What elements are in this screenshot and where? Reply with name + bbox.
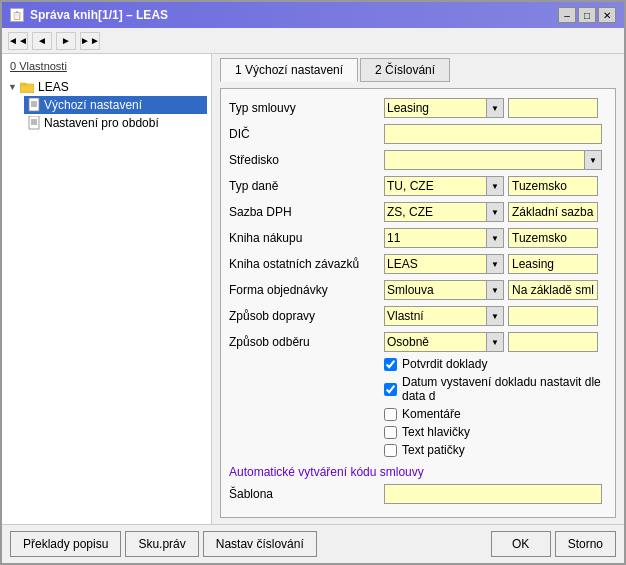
- select-wrapper-typ-smlouvy: Leasing ▼: [384, 98, 504, 118]
- doc-icon-1: [28, 98, 40, 112]
- checkbox-row-potvrdit: Potvrdit doklady: [384, 357, 607, 371]
- close-button[interactable]: ✕: [598, 7, 616, 23]
- ok-button[interactable]: OK: [491, 531, 551, 557]
- input-kniha-ostatnich-text[interactable]: [508, 254, 598, 274]
- tree-item-nastaveni-label: Nastavení pro období: [44, 116, 159, 130]
- bottom-right-buttons: OK Storno: [491, 531, 616, 557]
- title-bar: 📋 Správa knih[1/1] – LEAS – □ ✕: [2, 2, 624, 28]
- doc-icon-2: [28, 116, 40, 130]
- checkbox-text-paticky[interactable]: [384, 444, 397, 457]
- toolbar: ◄◄ ◄ ► ►►: [2, 28, 624, 54]
- maximize-button[interactable]: □: [578, 7, 596, 23]
- form-panel: Typ smlouvy Leasing ▼ DIČ St: [220, 88, 616, 518]
- input-sablona[interactable]: [384, 484, 602, 504]
- nav-first-button[interactable]: ◄◄: [8, 32, 28, 50]
- checkbox-datum-label: Datum vystavení dokladu nastavit dle dat…: [402, 375, 607, 403]
- label-kniha-nakupu: Kniha nákupu: [229, 231, 384, 245]
- label-typ-dane: Typ daně: [229, 179, 384, 193]
- expand-icon: ▼: [8, 82, 20, 92]
- label-sablona: Šablona: [229, 487, 384, 501]
- select-wrapper-zpusob-dopravy: Vlastní ▼: [384, 306, 504, 326]
- minimize-button[interactable]: –: [558, 7, 576, 23]
- nastav-cislovani-button[interactable]: Nastav číslování: [203, 531, 317, 557]
- checkbox-row-datum: Datum vystavení dokladu nastavit dle dat…: [384, 375, 607, 403]
- checkbox-row-text-hlavicky: Text hlavičky: [384, 425, 607, 439]
- main-area: 0 Vlastnosti ▼ LEAS Výchozí na: [2, 54, 624, 524]
- input-typ-smlouvy-extra[interactable]: [508, 98, 598, 118]
- label-zpusob-dopravy: Způsob dopravy: [229, 309, 384, 323]
- select-wrapper-sazba-dph: ZS, CZE ▼: [384, 202, 504, 222]
- tree-item-vychozi-label: Výchozí nastavení: [44, 98, 142, 112]
- row-kniha-nakupu: Kniha nákupu 11 ▼: [229, 227, 607, 249]
- input-typ-dane-text[interactable]: [508, 176, 598, 196]
- bottom-bar: Překlady popisu Sku.práv Nastav číslován…: [2, 524, 624, 563]
- tree-root-label: LEAS: [38, 80, 69, 94]
- select-wrapper-kniha-nakupu: 11 ▼: [384, 228, 504, 248]
- select-zpusob-dopravy[interactable]: Vlastní: [384, 306, 504, 326]
- nav-prev-button[interactable]: ◄: [32, 32, 52, 50]
- row-typ-dane: Typ daně TU, CZE ▼: [229, 175, 607, 197]
- app-icon: 📋: [10, 8, 24, 22]
- checkbox-komentare[interactable]: [384, 408, 397, 421]
- select-wrapper-typ-dane: TU, CZE ▼: [384, 176, 504, 196]
- label-kniha-ostatnich: Kniha ostatních závazků: [229, 257, 384, 271]
- section-auto-title: Automatické vytváření kódu smlouvy: [229, 465, 607, 479]
- row-zpusob-dopravy: Způsob dopravy Vlastní ▼: [229, 305, 607, 327]
- input-forma-objednavky-text[interactable]: [508, 280, 598, 300]
- select-wrapper-zpusob-odberu: Osobně ▼: [384, 332, 504, 352]
- tree-item-nastaveni[interactable]: Nastavení pro období: [24, 114, 207, 132]
- input-sazba-dph-text[interactable]: [508, 202, 598, 222]
- select-stredisko[interactable]: [384, 150, 602, 170]
- row-zpusob-odberu: Způsob odběru Osobně ▼: [229, 331, 607, 353]
- select-sazba-dph[interactable]: ZS, CZE: [384, 202, 504, 222]
- row-forma-objednavky: Forma objednávky Smlouva ▼: [229, 279, 607, 301]
- select-kniha-ostatnich[interactable]: LEAS: [384, 254, 504, 274]
- select-typ-dane[interactable]: TU, CZE: [384, 176, 504, 196]
- row-sazba-dph: Sazba DPH ZS, CZE ▼: [229, 201, 607, 223]
- tree-children: Výchozí nastavení Nastavení pro období: [24, 96, 207, 132]
- nav-last-button[interactable]: ►►: [80, 32, 100, 50]
- checkbox-text-hlavicky-label: Text hlavičky: [402, 425, 470, 439]
- checkbox-text-paticky-label: Text patičky: [402, 443, 465, 457]
- checkbox-row-komentare: Komentáře: [384, 407, 607, 421]
- row-typ-smlouvy: Typ smlouvy Leasing ▼: [229, 97, 607, 119]
- tree-item-vychozi[interactable]: Výchozí nastavení: [24, 96, 207, 114]
- checkbox-potvrdit[interactable]: [384, 358, 397, 371]
- label-forma-objednavky: Forma objednávky: [229, 283, 384, 297]
- storno-button[interactable]: Storno: [555, 531, 616, 557]
- select-zpusob-odberu[interactable]: Osobně: [384, 332, 504, 352]
- select-wrapper-forma-objednavky: Smlouva ▼: [384, 280, 504, 300]
- svg-rect-2: [29, 98, 39, 111]
- select-forma-objednavky[interactable]: Smlouva: [384, 280, 504, 300]
- content-area: 1 Výchozí nastavení 2 Číslování Typ smlo…: [212, 54, 624, 524]
- skuprav-button[interactable]: Sku.práv: [125, 531, 198, 557]
- checkbox-potvrdit-label: Potvrdit doklady: [402, 357, 487, 371]
- sidebar-properties-header[interactable]: 0 Vlastnosti: [6, 58, 207, 74]
- tab-vychozi[interactable]: 1 Výchozí nastavení: [220, 58, 358, 82]
- checkbox-datum[interactable]: [384, 383, 397, 396]
- select-wrapper-kniha-ostatnich: LEAS ▼: [384, 254, 504, 274]
- select-kniha-nakupu[interactable]: 11: [384, 228, 504, 248]
- window-title: Správa knih[1/1] – LEAS: [30, 8, 168, 22]
- tab-cislovani[interactable]: 2 Číslování: [360, 58, 450, 82]
- row-dic: DIČ: [229, 123, 607, 145]
- input-zpusob-odberu-text[interactable]: [508, 332, 598, 352]
- preklady-button[interactable]: Překlady popisu: [10, 531, 121, 557]
- select-typ-smlouvy[interactable]: Leasing: [384, 98, 504, 118]
- tree-root-leas[interactable]: ▼ LEAS: [6, 78, 207, 96]
- title-bar-left: 📋 Správa knih[1/1] – LEAS: [10, 8, 168, 22]
- checkbox-row-text-paticky: Text patičky: [384, 443, 607, 457]
- input-kniha-nakupu-text[interactable]: [508, 228, 598, 248]
- svg-rect-0: [20, 84, 34, 93]
- label-typ-smlouvy: Typ smlouvy: [229, 101, 384, 115]
- input-zpusob-dopravy-text[interactable]: [508, 306, 598, 326]
- svg-rect-1: [20, 83, 26, 85]
- nav-next-button[interactable]: ►: [56, 32, 76, 50]
- label-dic: DIČ: [229, 127, 384, 141]
- main-window: 📋 Správa knih[1/1] – LEAS – □ ✕ ◄◄ ◄ ► ►…: [0, 0, 626, 565]
- checkbox-text-hlavicky[interactable]: [384, 426, 397, 439]
- input-dic[interactable]: [384, 124, 602, 144]
- label-zpusob-odberu: Způsob odběru: [229, 335, 384, 349]
- tabs-bar: 1 Výchozí nastavení 2 Číslování: [220, 58, 616, 82]
- folder-icon: [20, 81, 34, 93]
